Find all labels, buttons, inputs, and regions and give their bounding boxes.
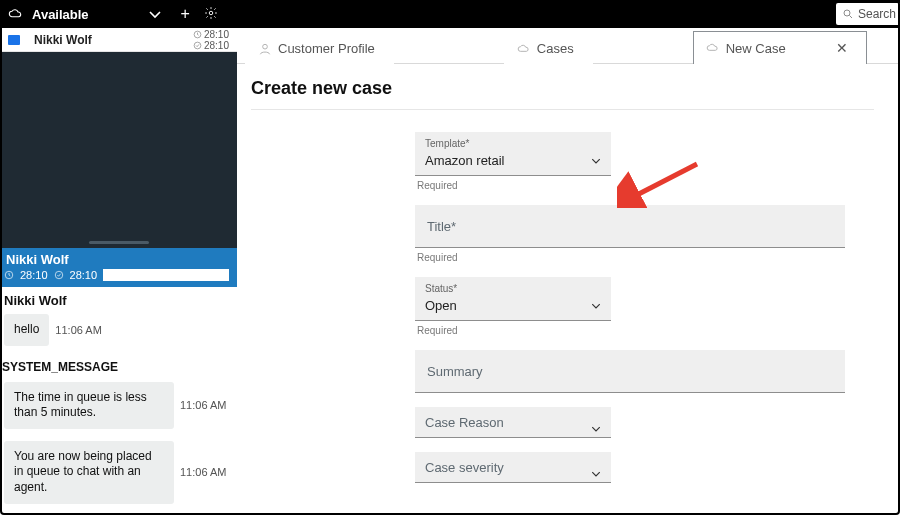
status-value: Open — [425, 298, 457, 313]
required-hint: Required — [417, 325, 864, 336]
active-contact-name: Nikki Wolf — [4, 252, 229, 267]
status-chevron-down-icon[interactable] — [149, 7, 161, 22]
cloud-icon — [517, 42, 531, 56]
contact-status: Connected chat — [103, 269, 229, 281]
required-hint: Required — [417, 252, 864, 263]
active-contact-strip[interactable]: Nikki Wolf 28:10 28:10 Connected chat — [0, 248, 237, 287]
system-message: The time in queue is less than 5 minutes… — [0, 380, 237, 439]
case-reason-select[interactable]: Case Reason — [415, 407, 611, 438]
svg-point-5 — [55, 271, 63, 279]
tab-cases[interactable]: Cases — [504, 32, 593, 64]
svg-point-1 — [844, 10, 850, 16]
status-text: Available — [32, 7, 89, 22]
add-icon[interactable]: + — [181, 5, 190, 23]
contact-name: Nikki Wolf — [34, 33, 193, 47]
template-select[interactable]: Template* Amazon retail — [415, 132, 611, 176]
contact-timers: 28:10 28:10 — [193, 29, 229, 51]
topbar: Available + Search W — [0, 0, 900, 28]
required-hint: Required — [417, 180, 864, 191]
chevron-down-icon — [591, 418, 601, 436]
search-placeholder: Search W — [858, 7, 900, 21]
left-panel: Nikki Wolf 28:10 28:10 Nikki Wolf 28:10 … — [0, 28, 237, 515]
title-input[interactable]: Title* — [415, 205, 845, 248]
contact-card[interactable]: Nikki Wolf 28:10 28:10 — [0, 28, 237, 52]
svg-point-6 — [263, 44, 268, 49]
template-label: Template* — [425, 138, 601, 149]
profile-icon — [258, 42, 272, 56]
cloud-icon — [8, 8, 24, 20]
clock-icon — [4, 270, 14, 280]
check-circle-icon — [193, 41, 202, 50]
status-label: Status* — [425, 283, 601, 294]
chat-sender: Nikki Wolf — [0, 287, 237, 312]
search-icon — [842, 8, 854, 20]
chevron-down-icon — [591, 150, 601, 168]
chat-transcript: Nikki Wolf hello 11:06 AM SYSTEM_MESSAGE… — [0, 287, 237, 515]
page-title: Create new case — [251, 78, 874, 99]
system-message: You are now being placed in queue to cha… — [0, 439, 237, 514]
contact-panel-dark — [0, 52, 237, 248]
tab-customer-profile[interactable]: Customer Profile — [245, 32, 394, 64]
system-label: SYSTEM_MESSAGE — [0, 356, 237, 380]
chevron-down-icon — [591, 295, 601, 313]
template-value: Amazon retail — [425, 153, 504, 168]
chat-icon — [8, 35, 20, 45]
summary-input[interactable]: Summary — [415, 350, 845, 393]
right-panel: Customer Profile Cases New Case ✕ Create… — [237, 28, 900, 515]
gear-icon[interactable] — [204, 6, 218, 23]
chat-message: hello 11:06 AM — [0, 312, 237, 356]
svg-point-0 — [209, 11, 213, 15]
clock-icon — [193, 30, 202, 39]
check-circle-icon — [54, 270, 64, 280]
cloud-icon — [706, 41, 720, 55]
presence-status[interactable]: Available — [8, 7, 89, 22]
status-select[interactable]: Status* Open — [415, 277, 611, 321]
resize-handle[interactable] — [89, 241, 149, 244]
tab-new-case[interactable]: New Case ✕ — [693, 31, 867, 64]
chevron-down-icon — [591, 463, 601, 481]
tab-bar: Customer Profile Cases New Case ✕ — [237, 28, 900, 64]
global-search[interactable]: Search W — [836, 3, 900, 25]
case-severity-select[interactable]: Case severity — [415, 452, 611, 483]
close-icon[interactable]: ✕ — [836, 40, 848, 56]
svg-point-3 — [194, 42, 201, 49]
divider — [251, 109, 874, 110]
